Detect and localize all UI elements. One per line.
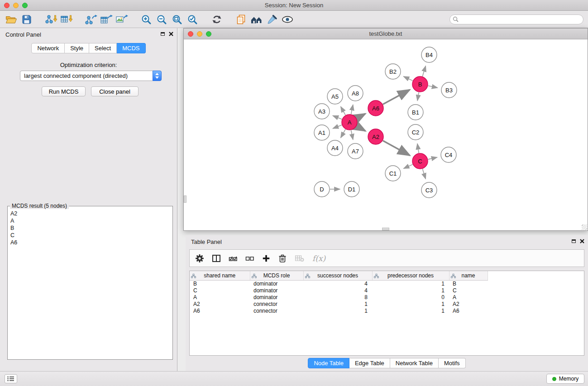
network-node-A5[interactable]: A5 xyxy=(327,89,343,104)
maximize-window-button[interactable] xyxy=(22,3,28,8)
close-panel-button[interactable]: Close panel xyxy=(91,86,139,96)
paint-style-button[interactable] xyxy=(264,13,280,26)
table-settings-button[interactable] xyxy=(195,253,204,264)
column-header-name[interactable]: name xyxy=(449,271,488,281)
add-column-button[interactable] xyxy=(262,253,270,264)
network-node-C[interactable]: C xyxy=(412,153,428,169)
network-node-D1[interactable]: D1 xyxy=(344,181,359,197)
select-all-button[interactable] xyxy=(229,253,238,264)
copy-document-button[interactable] xyxy=(234,13,249,26)
search-input[interactable] xyxy=(449,14,583,24)
zoom-in-button[interactable] xyxy=(139,13,154,26)
network-minimize-button[interactable] xyxy=(197,31,202,37)
delete-column-button[interactable] xyxy=(278,253,287,264)
task-list-button[interactable] xyxy=(5,374,17,383)
mcds-result-item[interactable]: A xyxy=(10,217,170,224)
network-node-D[interactable]: D xyxy=(314,181,330,197)
column-header-predecessor-nodes[interactable]: predecessor nodes xyxy=(372,271,449,281)
network-svg: B4B2BB3B1A5A8A6A3AA1A2C2A4A7C4CC1C3DD1 xyxy=(184,39,588,230)
refresh-network-button[interactable] xyxy=(209,13,225,26)
svg-text:A: A xyxy=(348,119,352,126)
network-node-A1[interactable]: A1 xyxy=(314,125,330,140)
network-node-C4[interactable]: C4 xyxy=(441,147,456,162)
network-maximize-button[interactable] xyxy=(206,31,211,37)
tab-network[interactable]: Network xyxy=(31,43,65,53)
column-type-icon xyxy=(451,273,456,280)
network-node-A6[interactable]: A6 xyxy=(368,100,383,116)
network-node-A7[interactable]: A7 xyxy=(348,143,363,159)
bottom-grip-handle[interactable] xyxy=(382,228,389,230)
tab-select[interactable]: Select xyxy=(89,43,117,53)
mcds-result-item[interactable]: A2 xyxy=(10,210,170,217)
table-row[interactable]: Bdominator41B xyxy=(190,281,488,288)
table-panel-tabs: Node Table Edge Table Network Table Moti… xyxy=(186,358,588,368)
svg-text:C: C xyxy=(418,158,422,165)
network-node-A8[interactable]: A8 xyxy=(348,86,363,101)
minimize-window-button[interactable] xyxy=(13,3,19,8)
mcds-result-item[interactable]: A6 xyxy=(10,239,170,246)
mcds-result-item[interactable]: C xyxy=(10,232,170,239)
memory-button[interactable]: Memory xyxy=(546,374,584,384)
save-session-button[interactable] xyxy=(19,13,34,26)
zoom-out-button[interactable] xyxy=(154,13,169,26)
table-row[interactable]: Adominator80A xyxy=(190,294,488,301)
network-node-B1[interactable]: B1 xyxy=(408,105,423,120)
zoom-selected-button[interactable] xyxy=(185,13,200,26)
table-float-panel-icon[interactable] xyxy=(572,239,576,243)
resize-grip[interactable] xyxy=(582,224,587,230)
network-node-A[interactable]: A xyxy=(342,114,357,130)
network-close-button[interactable] xyxy=(188,31,193,37)
deselect-all-icon xyxy=(245,255,254,262)
show-columns-button[interactable] xyxy=(212,253,221,264)
network-node-B2[interactable]: B2 xyxy=(385,64,401,79)
memory-label: Memory xyxy=(559,376,578,382)
import-network-button[interactable] xyxy=(43,13,59,26)
selected-criterion: largest connected component (directed) xyxy=(24,72,128,79)
svg-text:B3: B3 xyxy=(445,87,453,94)
network-node-A3[interactable]: A3 xyxy=(314,104,330,119)
table-row[interactable]: A2connector11A2 xyxy=(190,301,488,308)
column-header-successor-nodes[interactable]: successor nodes xyxy=(303,271,372,281)
close-panel-icon[interactable] xyxy=(169,32,173,36)
network-canvas[interactable]: B4B2BB3B1A5A8A6A3AA1A2C2A4A7C4CC1C3DD1 xyxy=(184,39,588,230)
network-node-C2[interactable]: C2 xyxy=(408,124,423,140)
tab-mcds[interactable]: MCDS xyxy=(117,43,145,53)
network-node-B4[interactable]: B4 xyxy=(421,47,437,62)
svg-text:A7: A7 xyxy=(352,148,359,155)
mcds-result-item[interactable]: B xyxy=(10,224,170,232)
tab-style[interactable]: Style xyxy=(65,43,89,53)
run-mcds-button[interactable]: Run MCDS xyxy=(42,86,86,96)
open-session-button[interactable] xyxy=(4,13,19,26)
table-row[interactable]: Cdominator41C xyxy=(190,287,488,294)
network-window-title-bar[interactable]: testGlobe.txt xyxy=(184,29,588,39)
network-node-B[interactable]: B xyxy=(412,76,428,92)
deselect-all-button[interactable] xyxy=(245,253,254,264)
network-node-A2[interactable]: A2 xyxy=(368,129,383,144)
tab-node-table[interactable]: Node Table xyxy=(308,358,349,368)
export-network-button[interactable] xyxy=(83,13,99,26)
zoom-fit-button[interactable] xyxy=(169,13,185,26)
table-close-panel-icon[interactable] xyxy=(580,239,584,243)
network-node-C1[interactable]: C1 xyxy=(385,166,401,181)
table-row[interactable]: A6connector11A6 xyxy=(190,308,488,315)
optimization-criterion-select[interactable]: largest connected component (directed) xyxy=(20,71,162,81)
tab-edge-table[interactable]: Edge Table xyxy=(349,358,390,368)
column-header-shared-name[interactable]: shared name xyxy=(190,271,250,281)
close-window-button[interactable] xyxy=(4,3,10,8)
show-hide-button[interactable] xyxy=(280,13,295,26)
network-node-A4[interactable]: A4 xyxy=(327,140,343,156)
export-image-button[interactable] xyxy=(114,13,129,26)
column-header-mcds-role[interactable]: MCDS role xyxy=(250,271,303,281)
network-node-B3[interactable]: B3 xyxy=(441,82,457,98)
network-node-C3[interactable]: C3 xyxy=(421,182,437,198)
float-panel-icon[interactable] xyxy=(161,32,165,36)
left-grip-handle[interactable] xyxy=(184,195,186,203)
function-builder-button[interactable]: f(x) xyxy=(312,254,325,263)
import-table-button[interactable] xyxy=(59,13,74,26)
export-table-button[interactable] xyxy=(99,13,114,26)
home-button[interactable] xyxy=(249,13,264,26)
svg-text:C2: C2 xyxy=(412,129,420,136)
tab-motifs[interactable]: Motifs xyxy=(439,358,466,368)
tab-network-table[interactable]: Network Table xyxy=(390,358,439,368)
delete-table-button[interactable] xyxy=(295,253,305,264)
